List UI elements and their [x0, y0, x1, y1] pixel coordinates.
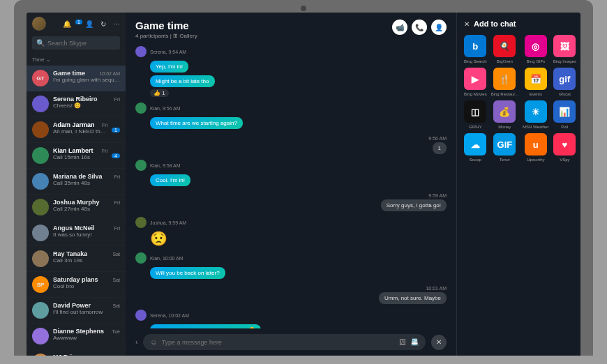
- conv-name: David Power: [53, 302, 91, 309]
- add-person-button[interactable]: 👤: [431, 20, 447, 35]
- avatar: [135, 252, 147, 264]
- addon-icon: 📅: [525, 68, 547, 90]
- addon-tile[interactable]: 🖼Bing Images: [553, 35, 576, 63]
- avatar: [32, 173, 49, 190]
- incoming-message: Serena, 9:54 AMYep, I'm in!Might be a bi…: [135, 46, 447, 97]
- sidebar: 🔔1 👤 ↻ ⋯ 🔍 Time ⌄ GT Game time10:02 AM I…: [27, 13, 126, 356]
- message-input[interactable]: [162, 339, 395, 346]
- addon-icon: ♥: [553, 133, 576, 156]
- outgoing-message: 10:01 AMUmm, not sure. Maybe: [135, 286, 447, 304]
- addon-label: VSpy: [553, 158, 576, 162]
- chat-subtitle[interactable]: 4 participants | ⊞ Gallery: [135, 33, 197, 39]
- contacts-icon[interactable]: 👤: [85, 20, 93, 28]
- msg-bubble: Will you be back on later?: [150, 267, 225, 279]
- conversation-item[interactable]: MJ PriceTue Hellooooo: [27, 349, 126, 356]
- addon-tile[interactable]: bBing Search: [464, 35, 487, 63]
- conversation-item[interactable]: Kian LambertFri Call 15min 16s 4: [27, 143, 126, 169]
- avatar: [32, 328, 49, 344]
- close-icon[interactable]: ✕: [464, 20, 470, 28]
- card-icon[interactable]: 📇: [410, 338, 419, 346]
- conversation-item[interactable]: Mariana de SilvaFri Call 35min 48s: [27, 169, 126, 195]
- search-input[interactable]: [47, 40, 126, 47]
- addon-tile[interactable]: gifGfycat: [553, 68, 576, 96]
- addon-tile[interactable]: ◫GIPHY: [464, 100, 487, 129]
- notifications-icon[interactable]: 🔔1: [63, 20, 78, 28]
- video-call-button[interactable]: 📹: [392, 20, 407, 35]
- conv-preview: Call 35min 48s: [53, 180, 120, 186]
- conversation-item[interactable]: GT Game time10:02 AM I'm going glam with…: [27, 66, 126, 91]
- addon-tile[interactable]: ◎Bing GIFs: [523, 35, 549, 63]
- reaction-count[interactable]: 👍 1: [150, 89, 169, 97]
- addon-label: Bing Restaur...: [491, 92, 518, 96]
- outgoing-message: 9:56 AM1: [135, 136, 447, 154]
- addon-tile[interactable]: uUpworthy: [523, 133, 549, 162]
- addon-tile[interactable]: ☀MSN Weather: [523, 100, 549, 129]
- conversation-item[interactable]: Adam JarmanFri Ah man, I NEED that game!…: [27, 117, 126, 143]
- addon-label: GIPHY: [464, 125, 487, 129]
- sidebar-header: 🔔1 👤 ↻ ⋯: [27, 13, 126, 35]
- addon-label: Bing GIFs: [523, 59, 549, 63]
- addon-icon: 🍳: [493, 35, 516, 57]
- search-box[interactable]: 🔍: [32, 36, 120, 50]
- compose-box[interactable]: ☺ 🖼 📇: [143, 334, 426, 350]
- addon-tile[interactable]: 🍴Bing Restaur...: [491, 68, 518, 96]
- addon-icon: ◎: [525, 35, 547, 57]
- addon-label: BigOven: [491, 59, 518, 63]
- attachment-icon[interactable]: 🖼: [399, 338, 406, 346]
- conversation-item[interactable]: SP Saturday plansSat Cool bro: [27, 272, 126, 298]
- time-filter[interactable]: Time ⌄: [27, 54, 126, 66]
- emoji-reaction: 😟: [150, 230, 447, 247]
- avatar: [135, 103, 147, 114]
- addon-tile[interactable]: 📅Events: [523, 68, 549, 96]
- composer: ‹ ☺ 🖼 📇 ✕: [126, 328, 456, 356]
- addon-tile[interactable]: 📊Poll: [553, 100, 576, 129]
- close-addons-button[interactable]: ✕: [431, 335, 447, 350]
- conv-name: Joshua Murphy: [53, 199, 100, 206]
- avatar: [135, 310, 147, 321]
- addon-icon: 🍴: [493, 68, 516, 90]
- conversation-item[interactable]: Joshua MurphyFri Call 27min 48s: [27, 195, 126, 220]
- addon-tile[interactable]: 💰Money: [491, 100, 518, 129]
- refresh-icon[interactable]: ↻: [100, 20, 106, 28]
- avatar: [32, 96, 49, 112]
- chat-header: Game time 4 participants | ⊞ Gallery 📹 📞…: [126, 13, 456, 43]
- conv-name: Ray Tanaka: [53, 250, 87, 257]
- addon-label: MSN Weather: [523, 125, 549, 129]
- conv-name: Dianne Stephens: [53, 328, 104, 335]
- addon-icon: u: [525, 133, 547, 156]
- addon-tile[interactable]: 🍳BigOven: [491, 35, 518, 63]
- conv-preview: Cool bro: [53, 283, 120, 289]
- conversation-item[interactable]: Dianne StephensTue Awwwww: [27, 324, 126, 349]
- conv-time: Fri: [102, 149, 107, 153]
- conv-preview: I'll find out tomorrow: [53, 309, 120, 315]
- conversation-item[interactable]: Serena RibeiroFri Cheers! 😊: [27, 91, 126, 117]
- addon-icon: GIF: [493, 133, 516, 156]
- msg-bubble: Sorry guys, I gotta go!: [381, 199, 447, 211]
- back-icon[interactable]: ‹: [135, 338, 137, 346]
- conv-time: Fri: [114, 174, 120, 179]
- addon-tile[interactable]: GIFTenor: [491, 133, 518, 162]
- addon-tile[interactable]: ▶Bing Movies: [464, 68, 487, 96]
- addon-tile[interactable]: ☁Scoop: [464, 133, 487, 162]
- addon-tile[interactable]: ♥VSpy: [553, 133, 576, 162]
- emoji-icon[interactable]: ☺: [150, 338, 157, 346]
- msg-bubble: Might be a bit late tho: [150, 75, 215, 87]
- audio-call-button[interactable]: 📞: [412, 20, 427, 35]
- conv-time: Sat: [112, 303, 120, 308]
- msg-bubble: What time are we starting again?: [150, 117, 243, 129]
- user-avatar[interactable]: [32, 17, 46, 31]
- addon-icon: 💰: [493, 100, 516, 123]
- avatar: [32, 225, 49, 241]
- msg-time: 10:01 AM: [135, 286, 447, 291]
- conv-preview: Call 3m 19s: [53, 257, 120, 264]
- conv-time: Sat: [112, 278, 120, 282]
- conversation-item[interactable]: Angus McNeilFri It was so funny!: [27, 220, 126, 246]
- conversation-item[interactable]: Ray TanakaSat Call 3m 19s: [27, 246, 126, 272]
- more-icon[interactable]: ⋯: [113, 20, 120, 28]
- conversation-item[interactable]: David PowerSat I'll find out tomorrow: [27, 298, 126, 324]
- conv-preview: I'm going glam with sequins.: [53, 77, 120, 83]
- chat-title: Game time: [135, 20, 197, 31]
- avatar: [32, 199, 49, 215]
- conv-time: Fri: [102, 123, 107, 128]
- msg-bubble: Cool. I'm in!: [150, 174, 190, 186]
